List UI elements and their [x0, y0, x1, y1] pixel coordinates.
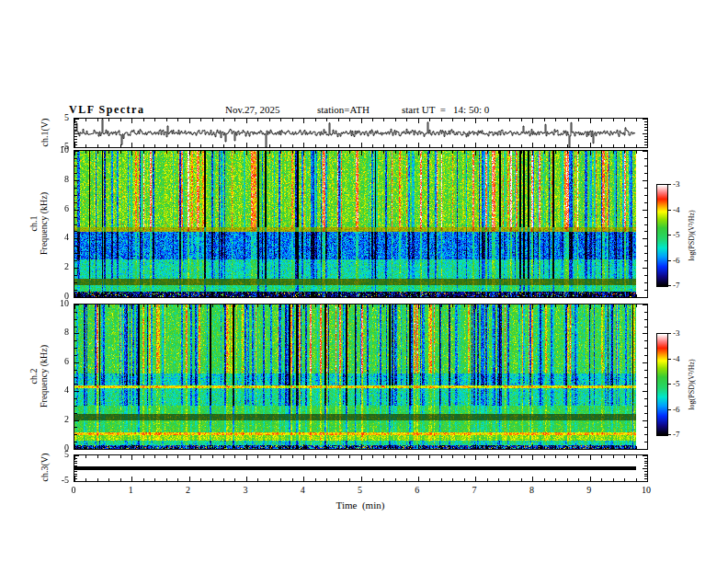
page-title: VLF Spectra	[69, 103, 144, 117]
start-ut-label: start UT = 14: 50: 0	[402, 104, 489, 115]
ch1-frequency-tick-label: 8	[45, 175, 69, 184]
ch3-voltage-tick-label: -5	[45, 476, 69, 485]
time-tick-label: 6	[408, 486, 427, 495]
colorbar-tick-mark	[667, 359, 671, 360]
time-tick-label: 5	[351, 486, 370, 495]
colorbar-tick-label: -6	[673, 406, 680, 414]
colorbar-tick-mark	[667, 333, 671, 334]
colorbar-tick-label: -7	[673, 431, 680, 439]
ch2-frequency-tick-label: 2	[45, 415, 69, 424]
time-tick-label: 9	[580, 486, 598, 495]
ch2-frequency-tick-label: 10	[45, 299, 69, 308]
time-axis-title: Time (min)	[336, 500, 385, 511]
time-tick-label: 8	[522, 486, 540, 495]
ch2-frequency-tick-label: 4	[45, 385, 69, 395]
ch2-spectrogram-panel	[74, 304, 648, 450]
ch1-colorbar	[656, 184, 668, 287]
time-tick-label: 7	[465, 486, 483, 495]
colorbar-tick-mark	[667, 260, 671, 261]
ch1-frequency-tick-label: 6	[45, 204, 69, 213]
ch2-axis-title-line2: Frequency (kHz)	[39, 345, 49, 408]
colorbar-tick-label: -6	[673, 257, 680, 265]
colorbar-tick-label: -3	[673, 329, 680, 338]
ch3-waveform-panel	[74, 454, 648, 482]
date-label: Nov.27, 2025	[225, 104, 279, 115]
ch2-axis-title-line1: ch.2	[28, 345, 39, 408]
colorbar-tick-label: -4	[673, 206, 680, 214]
time-tick-label: 1	[121, 486, 140, 495]
time-tick-label: 2	[179, 486, 198, 495]
ch1-colorbar-title: log(PSD)(V²/Hz)	[687, 210, 697, 260]
station-label: station=ATH	[317, 104, 370, 115]
ch1-frequency-tick-label: 4	[45, 233, 69, 242]
colorbar-tick-mark	[667, 434, 671, 435]
ch1-frequency-tick-label: 10	[45, 145, 69, 155]
ch1-frequency-tick-label: 2	[45, 262, 69, 271]
ch2-colorbar	[656, 333, 668, 436]
colorbar-tick-mark	[667, 235, 671, 236]
colorbar-tick-label: -5	[673, 231, 680, 239]
colorbar-tick-label: -7	[673, 282, 680, 290]
colorbar-tick-label: -3	[673, 180, 680, 189]
ch1-voltage-tick-label: 5	[45, 113, 69, 122]
colorbar-tick-label: -4	[673, 355, 680, 363]
ch1-spectrogram-panel	[74, 150, 648, 298]
vlf-spectra-figure: VLF Spectra Nov.27, 2025 station=ATH sta…	[0, 0, 728, 563]
ch2-frequency-axis-title: ch.2 Frequency (kHz)	[28, 345, 49, 408]
ch1-axis-title-line2: Frequency (kHz)	[39, 192, 49, 255]
colorbar-tick-mark	[667, 184, 671, 185]
ch1-frequency-axis-title: ch.1 Frequency (kHz)	[28, 192, 49, 255]
colorbar-tick-mark	[667, 384, 671, 385]
ch2-frequency-tick-label: 8	[45, 327, 69, 337]
ch3-voltage-tick-label: 5	[45, 450, 69, 459]
time-tick-label: 3	[236, 486, 255, 495]
time-tick-label: 0	[64, 486, 83, 495]
time-tick-label: 4	[293, 486, 312, 495]
time-tick-label: 10	[637, 486, 655, 495]
colorbar-tick-mark	[667, 409, 671, 410]
colorbar-tick-mark	[667, 210, 671, 211]
ch2-colorbar-title: log(PSD)(V²/Hz)	[687, 359, 697, 409]
colorbar-tick-mark	[667, 285, 671, 286]
colorbar-tick-label: -5	[673, 380, 680, 388]
ch1-waveform-panel	[74, 118, 648, 148]
ch2-frequency-tick-label: 6	[45, 357, 69, 366]
ch1-axis-title-line1: ch.1	[28, 192, 39, 255]
